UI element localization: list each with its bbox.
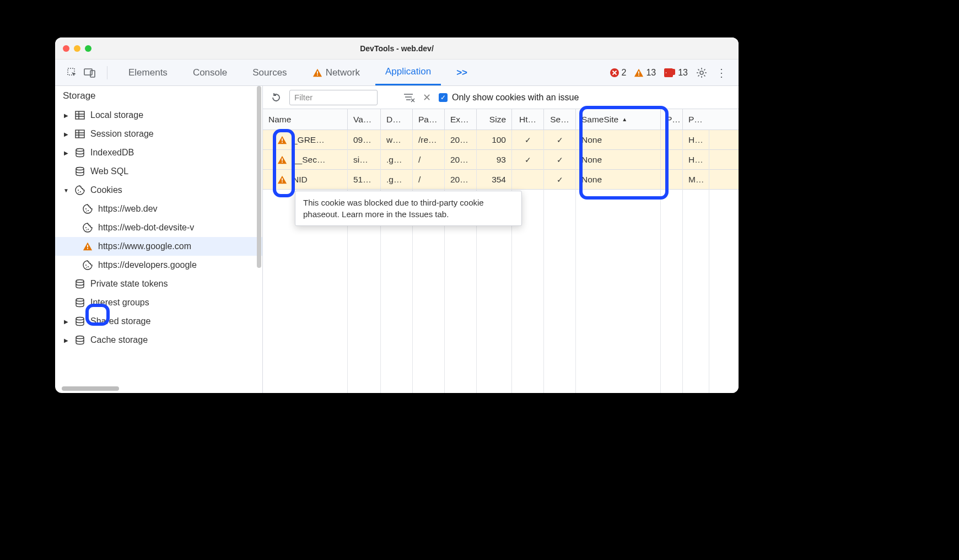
col-samesite[interactable]: SameSite xyxy=(576,109,661,130)
table-row[interactable]: NID51….g…/20…354✓NoneM… xyxy=(263,170,739,190)
tabs-overflow-button[interactable]: >> xyxy=(446,60,477,85)
warning-icon xyxy=(277,155,287,165)
issues-badge[interactable]: × 13 xyxy=(664,68,688,78)
svg-rect-49 xyxy=(282,158,283,161)
sidebar-item[interactable]: ▼Cookies xyxy=(55,181,262,200)
cookie-icon xyxy=(82,222,94,233)
sidebar-item-label: https://www.google.com xyxy=(98,241,191,251)
cell-partition xyxy=(661,150,683,169)
overflow-label: >> xyxy=(456,67,467,78)
sidebar-item[interactable]: ▶Shared storage xyxy=(55,312,262,331)
sidebar-item-label: https://web.dev xyxy=(98,204,158,214)
warning-icon xyxy=(82,241,94,251)
svg-point-37 xyxy=(85,265,87,266)
cell-path: /re… xyxy=(413,130,445,149)
col-domain[interactable]: D… xyxy=(381,109,413,130)
tab-elements[interactable]: Elements xyxy=(118,60,177,85)
col-name[interactable]: Name xyxy=(263,109,348,130)
sidebar-item[interactable]: Interest groups xyxy=(55,293,262,312)
cell-name: __Sec… xyxy=(263,150,348,169)
cell-value: si… xyxy=(348,150,381,169)
svg-rect-2 xyxy=(90,71,95,77)
close-icon[interactable]: ✕ xyxy=(423,91,431,104)
sidebar-item[interactable]: https://web.dev xyxy=(55,200,262,218)
more-menu-icon[interactable]: ⋮ xyxy=(715,67,728,79)
svg-rect-7 xyxy=(639,74,640,76)
inspect-element-icon[interactable] xyxy=(66,67,78,79)
sidebar-heading: Storage xyxy=(55,86,262,106)
col-httponly[interactable]: Ht… xyxy=(512,109,544,130)
cell-domain: w… xyxy=(381,130,413,149)
col-size[interactable]: Size xyxy=(477,109,512,130)
cell-httponly xyxy=(512,170,544,189)
sidebar-item[interactable]: ▶Cache storage xyxy=(55,331,262,349)
sidebar-item[interactable]: ▶Session storage xyxy=(55,125,262,143)
col-partition[interactable]: P… xyxy=(661,109,683,130)
tab-network[interactable]: Network xyxy=(303,60,370,85)
svg-rect-35 xyxy=(87,245,88,247)
sidebar-item-label: https://web-dot-devsite-v xyxy=(98,223,194,233)
vertical-scrollbar[interactable] xyxy=(257,86,261,268)
cell-samesite: None xyxy=(576,130,661,149)
svg-point-41 xyxy=(76,299,84,301)
col-expires[interactable]: Ex… xyxy=(445,109,477,130)
sidebar-item-label: Interest groups xyxy=(90,298,149,308)
cell-path: / xyxy=(413,170,445,189)
issue-filter-checkbox[interactable]: ✓ Only show cookies with an issue xyxy=(439,93,579,103)
filter-input[interactable]: Filter xyxy=(289,90,378,105)
tab-label: Application xyxy=(385,66,431,77)
col-value[interactable]: Va… xyxy=(348,109,381,130)
tab-label: Console xyxy=(193,67,227,78)
cell-size: 93 xyxy=(477,150,512,169)
tab-label: Elements xyxy=(128,67,168,78)
filter-placeholder: Filter xyxy=(294,93,313,102)
table-header-row: Name Va… D… Pa… Ex… Size Ht… Se… SameSit… xyxy=(263,109,739,130)
cell-samesite: None xyxy=(576,170,661,189)
tab-sources[interactable]: Sources xyxy=(243,60,297,85)
sidebar-item-label: IndexedDB xyxy=(90,148,134,158)
maximize-window-button[interactable] xyxy=(85,45,91,52)
minimize-window-button[interactable] xyxy=(74,45,80,52)
sidebar-item-label: Shared storage xyxy=(90,316,150,326)
table-row[interactable]: __Sec…si….g…/20…93✓✓NoneH… xyxy=(263,150,739,170)
cell-name: _GRE… xyxy=(263,130,348,149)
tooltip-text: This cookie was blocked due to third-par… xyxy=(303,198,484,219)
tab-console[interactable]: Console xyxy=(183,60,237,85)
error-count: 2 xyxy=(622,68,627,78)
col-priority[interactable]: P… xyxy=(683,109,709,130)
col-path[interactable]: Pa… xyxy=(413,109,445,130)
sidebar-item[interactable]: ▶Local storage xyxy=(55,106,262,125)
svg-rect-52 xyxy=(282,181,283,182)
svg-rect-20 xyxy=(76,130,84,138)
cell-value: 09… xyxy=(348,130,381,149)
close-window-button[interactable] xyxy=(63,45,69,52)
warning-badge[interactable]: 13 xyxy=(634,68,656,78)
table-body: _GRE…09…w…/re…20…100✓✓NoneH…__Sec…si….g…… xyxy=(263,130,739,190)
svg-point-38 xyxy=(88,266,89,267)
svg-point-43 xyxy=(76,336,84,339)
sidebar-item[interactable]: https://developers.google xyxy=(55,256,262,274)
error-badge[interactable]: 2 xyxy=(610,68,627,78)
tab-application[interactable]: Application xyxy=(375,60,441,85)
sidebar-item[interactable]: https://www.google.com xyxy=(55,237,262,256)
refresh-icon[interactable] xyxy=(271,92,282,103)
sidebar-item[interactable]: Web SQL xyxy=(55,162,262,181)
chevron-icon: ▶ xyxy=(63,319,69,325)
cell-secure: ✓ xyxy=(544,150,576,169)
db-barrel-icon xyxy=(74,147,86,158)
cookie-table: Name Va… D… Pa… Ex… Size Ht… Se… SameSit… xyxy=(263,109,739,393)
col-secure[interactable]: Se… xyxy=(544,109,576,130)
sidebar-item[interactable]: Private state tokens xyxy=(55,274,262,293)
settings-icon[interactable] xyxy=(696,67,708,79)
table-row[interactable]: _GRE…09…w…/re…20…100✓✓NoneH… xyxy=(263,130,739,150)
horizontal-scrollbar[interactable] xyxy=(62,386,119,391)
clear-all-icon[interactable] xyxy=(403,92,415,103)
device-toggle-icon[interactable] xyxy=(84,67,96,79)
svg-rect-51 xyxy=(282,178,283,181)
svg-point-24 xyxy=(76,149,84,152)
sidebar-item[interactable]: ▶IndexedDB xyxy=(55,143,262,162)
tooltip: This cookie was blocked due to third-par… xyxy=(295,191,522,226)
sidebar-item[interactable]: https://web-dot-devsite-v xyxy=(55,218,262,237)
db-barrel-icon xyxy=(74,316,86,327)
devtools-window: DevTools - web.dev/ Elements Console Sou… xyxy=(55,37,739,393)
